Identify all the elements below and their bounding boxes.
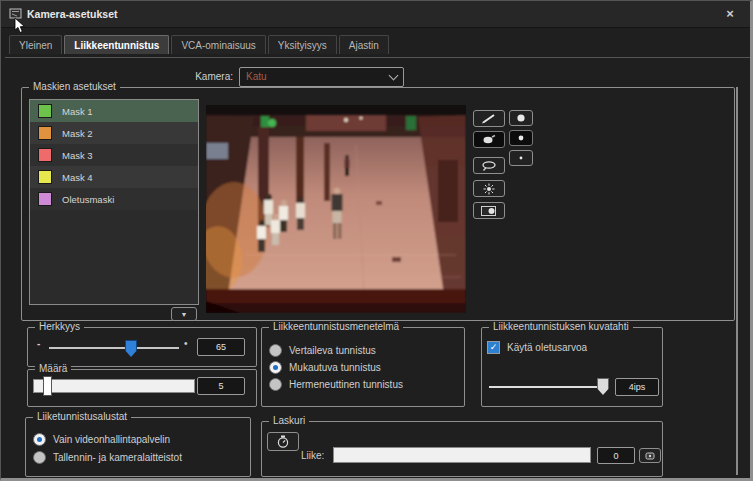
tab-yleinen[interactable]: Yleinen (9, 35, 62, 54)
mask-item-label: Mask 4 (62, 172, 93, 183)
mask-color-swatch (38, 126, 52, 140)
method-option-label: Mukautuva tunnistus (289, 362, 381, 373)
radio-unselected-icon[interactable] (33, 451, 46, 464)
tab-strip: Yleinen Liikkeentunnistus VCA-ominaisuus… (9, 35, 389, 54)
mask-list-item[interactable]: Mask 1 (30, 100, 198, 122)
counter-group-label: Laskuri (269, 415, 309, 426)
sensitivity-group-label: Herkkyys (35, 321, 84, 332)
mask-color-swatch (38, 104, 52, 118)
pencil-icon (479, 113, 499, 124)
radio-selected-icon[interactable] (33, 433, 46, 446)
large-dot-icon (516, 113, 526, 123)
mask-item-label: Mask 1 (62, 106, 93, 117)
clear-mask-button[interactable] (473, 180, 505, 197)
counter-value: 0 (597, 447, 635, 464)
motion-label: Liike: (301, 450, 324, 461)
radio-selected-icon[interactable] (269, 361, 282, 374)
mask-color-swatch (38, 148, 52, 162)
panel-edge (736, 87, 738, 475)
motion-level-bar (333, 447, 591, 463)
counter-value-text: 0 (613, 451, 618, 461)
use-default-option[interactable]: ✓ Käytä oletusarvoa (487, 341, 587, 354)
platform-option-label: Vain videonhallintapalvelin (53, 434, 170, 445)
titlebar: Kamera-asetukset × (1, 1, 750, 28)
tabstrip-divider (5, 57, 750, 58)
radio-unselected-icon[interactable] (269, 378, 282, 391)
stopwatch-icon (276, 435, 290, 448)
quantity-slider-track[interactable] (33, 379, 195, 393)
camera-video-preview[interactable] (206, 105, 466, 313)
tab-yksityisyys[interactable]: Yksityisyys (268, 35, 337, 54)
quantity-slider-thumb[interactable] (43, 376, 52, 396)
mask-item-label: Mask 3 (62, 150, 93, 161)
sensitivity-value-text: 65 (216, 342, 226, 352)
brush-size-medium-button[interactable] (509, 130, 533, 146)
mask-item-label: Mask 2 (62, 128, 93, 139)
dialog-title: Kamera-asetukset (27, 8, 117, 20)
platform-option-server[interactable]: Vain videonhallintapalvelin (33, 433, 170, 446)
mask-list-item[interactable]: Mask 4 (30, 166, 198, 188)
checkbox-checked-icon[interactable]: ✓ (487, 341, 500, 354)
counter-timer-button[interactable] (267, 432, 299, 451)
platform-option-label: Tallennin- ja kameralaitteistot (53, 452, 182, 463)
lasso-select-button[interactable] (473, 157, 505, 174)
radio-unselected-icon[interactable] (269, 344, 282, 357)
small-dot-icon (516, 153, 526, 163)
mask-list-expand-button[interactable]: ▼ (171, 307, 197, 321)
lasso-icon (479, 160, 499, 172)
sensitivity-value: 65 (197, 338, 245, 356)
detection-method-group-label: Liikkeentunnistusmenetelmä (269, 321, 403, 332)
sensitivity-slider-track[interactable] (49, 347, 179, 349)
detection-platform-group-label: Liiketunnistusalustat (33, 411, 131, 422)
camera-select[interactable]: Katu (239, 67, 404, 87)
camera-settings-dialog: Kamera-asetukset × Yleinen Liikkeentunni… (0, 0, 753, 481)
method-option-label: Hermeneuttinen tunnistus (289, 379, 403, 390)
medium-dot-icon (516, 133, 526, 143)
mask-list-item[interactable]: Oletusmaski (30, 188, 198, 210)
mask-list-item[interactable]: Mask 2 (30, 122, 198, 144)
chevron-down-icon (389, 71, 399, 81)
detection-framerate-group-label: Liikkeentunnistuksen kuvatahti (489, 321, 633, 332)
mask-item-label: Oletusmaski (62, 194, 114, 205)
tab-ajastin[interactable]: Ajastin (339, 35, 389, 54)
method-option-hermeneutic[interactable]: Hermeneuttinen tunnistus (269, 378, 403, 391)
framerate-slider-track[interactable] (489, 386, 607, 388)
camera-select-value: Katu (246, 71, 267, 82)
draw-mask-button[interactable] (473, 110, 505, 127)
tab-vca-ominaisuus[interactable]: VCA-ominaisuus (171, 35, 265, 54)
quantity-value-text: 5 (218, 381, 223, 391)
check-icon: ✓ (490, 342, 498, 352)
brush-size-small-button[interactable] (509, 150, 533, 166)
invert-mask-button[interactable] (473, 202, 505, 219)
platform-option-hardware[interactable]: Tallennin- ja kameralaitteistot (33, 451, 182, 464)
quantity-value: 5 (197, 377, 245, 395)
use-default-label: Käytä oletusarvoa (507, 342, 587, 353)
mask-color-swatch (38, 170, 52, 184)
tab-liikkeentunnistus[interactable]: Liikkeentunnistus (64, 35, 169, 54)
mini-square-icon (645, 452, 655, 460)
framerate-value: 4ips (615, 378, 659, 396)
brush-size-large-button[interactable] (509, 110, 533, 126)
invert-mask-icon (480, 205, 498, 217)
quantity-group-label: Määrä (35, 363, 71, 374)
detection-platform-group: Liiketunnistusalustat (25, 417, 251, 477)
slider-minus-label[interactable]: - (37, 338, 40, 349)
camera-label: Kamera: (151, 71, 233, 82)
mask-color-swatch (38, 192, 52, 206)
method-option-adaptive[interactable]: Mukautuva tunnistus (269, 361, 381, 374)
down-triangle-icon: ▼ (181, 311, 188, 318)
framerate-value-text: 4ips (629, 382, 646, 392)
erase-mask-button[interactable] (473, 131, 505, 148)
method-option-comparative[interactable]: Vertaileva tunnistus (269, 344, 376, 357)
mask-list-item[interactable]: Mask 3 (30, 144, 198, 166)
eraser-icon (479, 134, 499, 145)
method-option-label: Vertaileva tunnistus (289, 345, 376, 356)
mask-settings-group-label: Maskien asetukset (29, 81, 120, 92)
close-icon[interactable]: × (722, 6, 738, 22)
counter-reset-button[interactable] (639, 448, 661, 463)
slider-dot-label[interactable]: • (184, 338, 188, 349)
sun-icon (482, 183, 496, 195)
mask-list[interactable]: Mask 1 Mask 2 Mask 3 Mask 4 Oletusmaski (29, 99, 199, 305)
window-icon (9, 7, 22, 20)
